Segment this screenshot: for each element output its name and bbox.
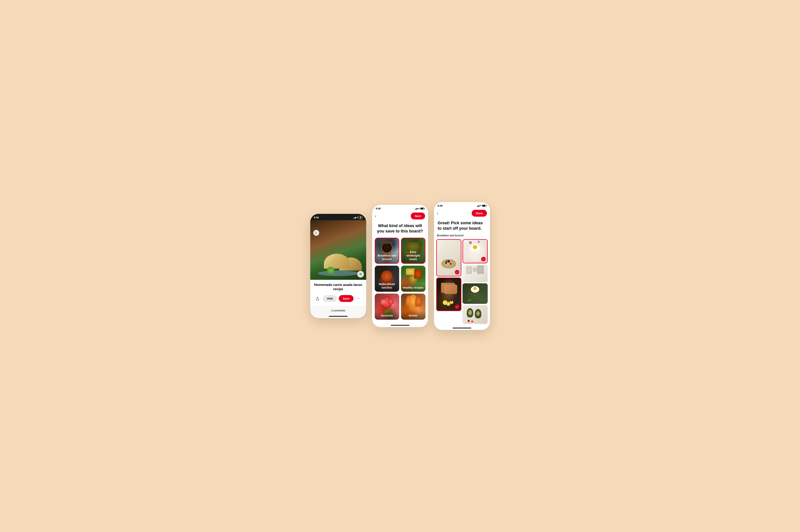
svg-point-1: [360, 274, 361, 274]
home-indicator-1: [310, 315, 366, 318]
camera-search-button[interactable]: [357, 271, 364, 278]
section-label: Breakfast and brunch: [434, 234, 490, 239]
check-4: ✓: [455, 305, 459, 309]
home-bar-3: [453, 328, 471, 328]
home-indicator-2: [372, 323, 428, 327]
photos-grid: ✓: [434, 239, 490, 326]
status-icons-1: ▾ 🔋: [353, 216, 362, 219]
categories-grid: Breakfast and brunch Easy weeknight meal…: [372, 238, 428, 323]
photos-left-col: ✓: [436, 239, 461, 324]
back-button-phone1[interactable]: ‹: [313, 230, 319, 236]
pin-info: Homemade carne asada tacos recipe Visit …: [310, 280, 366, 307]
phone-1: 8:08 ▾ 🔋: [310, 214, 366, 318]
hero-image: ‹: [310, 220, 366, 280]
wifi-icon-2: ▾: [418, 207, 420, 210]
phone3-header: ‹ Done: [434, 208, 490, 219]
time-2: 8:08: [376, 207, 381, 210]
check-1: ✓: [455, 270, 459, 274]
phone2-header: ‹ Next: [372, 211, 428, 222]
wifi-icon-1: ▾: [357, 216, 358, 219]
back-button-phone3[interactable]: ‹: [437, 211, 438, 215]
screens-container: 8:08 ▾ 🔋: [310, 202, 490, 330]
home-bar-2: [391, 325, 409, 326]
more-button[interactable]: [355, 295, 362, 302]
weeknight-label: Easy weeknight meals: [402, 248, 425, 263]
pin-actions: Visit Save: [313, 294, 363, 303]
photo-4[interactable]: ✓: [436, 278, 461, 311]
breakfast-label: Breakfast and brunch: [375, 251, 398, 263]
time-1: 8:08: [314, 216, 319, 219]
category-breakfast[interactable]: Breakfast and brunch: [375, 238, 399, 264]
status-icons-3: ▾: [477, 204, 486, 207]
screen3-title: Great! Pick some ideas to start off your…: [434, 219, 490, 234]
category-drinks[interactable]: Drinks: [401, 293, 425, 320]
check-2: ✓: [481, 257, 486, 261]
time-3: 8:08: [438, 204, 443, 207]
home-bar-1: [329, 316, 348, 317]
pin-title: Homemade carne asada tacos recipe: [313, 283, 363, 291]
category-desserts[interactable]: Desserts: [375, 293, 399, 320]
photo-5[interactable]: [463, 283, 488, 304]
comments-text: 3 comments: [331, 309, 345, 312]
status-bar-3: 8:08 ▾: [434, 202, 490, 208]
category-weeknight[interactable]: Easy weeknight meals: [401, 238, 425, 264]
signal-icon-1: [353, 216, 356, 218]
makeahead-label: Make-ahead lunches: [375, 280, 399, 292]
phone-2: 8:08 ▾ ‹ Next What kind of ideas will yo…: [372, 205, 428, 327]
healthy-label: Healthy recipes: [401, 284, 425, 292]
back-button-phone2[interactable]: ‹: [375, 214, 376, 218]
next-button[interactable]: Next: [411, 212, 425, 220]
screen2-title: What kind of ideas will you save to this…: [372, 222, 428, 238]
category-healthy[interactable]: Healthy recipes: [401, 266, 425, 292]
photo-3[interactable]: [463, 265, 488, 282]
share-button[interactable]: [314, 295, 321, 302]
done-button[interactable]: Done: [472, 210, 487, 217]
drinks-label: Drinks: [401, 311, 425, 320]
photo-2[interactable]: ✓: [463, 239, 488, 263]
comments-bar[interactable]: 3 comments: [310, 306, 366, 315]
battery-icon-2: [420, 208, 424, 210]
status-bar-1: 8:08 ▾ 🔋: [310, 214, 366, 220]
phone-3: 8:08 ▾ ‹ Done Great! Pick some ideas to …: [434, 202, 490, 330]
category-makeahead[interactable]: Make-ahead lunches: [375, 266, 399, 292]
wifi-icon-3: ▾: [480, 204, 481, 207]
photos-right-col: ✓: [463, 239, 488, 324]
signal-icon-2: [415, 208, 417, 210]
desserts-label: Desserts: [375, 311, 399, 320]
svg-point-3: [357, 299, 358, 299]
svg-point-0: [359, 273, 361, 275]
visit-button[interactable]: Visit: [323, 295, 337, 302]
svg-point-5: [360, 299, 360, 299]
photo-6[interactable]: [463, 305, 488, 324]
status-bar-2: 8:08 ▾: [372, 205, 428, 211]
photo-1[interactable]: ✓: [436, 239, 461, 277]
battery-icon-3: [482, 205, 486, 207]
status-icons-2: ▾: [415, 207, 424, 210]
svg-point-4: [358, 299, 359, 299]
save-button[interactable]: Save: [339, 295, 354, 302]
signal-icon-3: [477, 205, 480, 207]
home-indicator-3: [434, 326, 490, 330]
